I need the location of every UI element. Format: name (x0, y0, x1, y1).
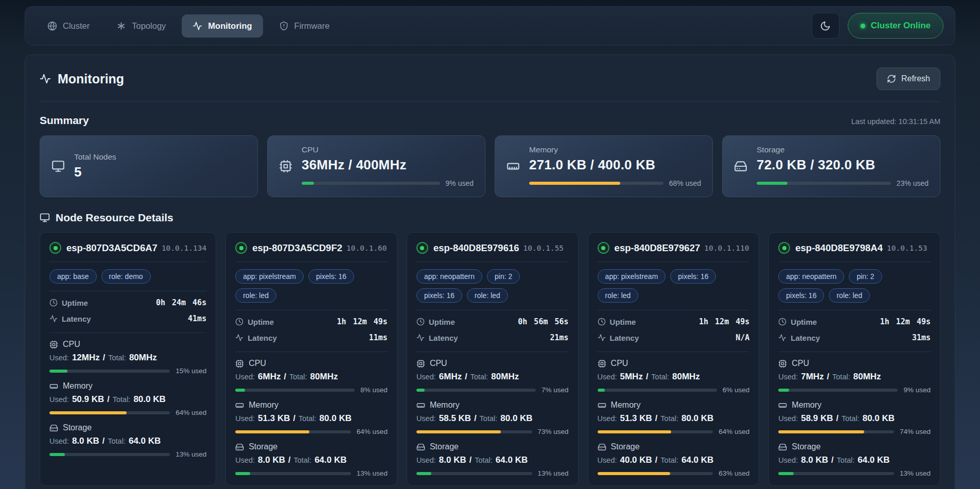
percent-used-label: 15% used (176, 367, 206, 375)
tab-label: Monitoring (208, 21, 252, 31)
uptime-label: Uptime (429, 318, 455, 326)
node-name: esp-840D8E979627 (615, 242, 701, 254)
node-tag: app: pixelstream (235, 269, 304, 284)
used-value: 58.9 KB (801, 413, 833, 424)
uptime-value: 0h 24m 46s (156, 298, 206, 307)
node-card: esp-840D8E9798A4 10.0.1.53 app: neopatte… (768, 232, 940, 486)
summary-title: Summary (40, 114, 89, 127)
cluster-status-badge[interactable]: Cluster Online (848, 13, 943, 39)
percent-used-label: 23% used (897, 179, 929, 187)
cpu-icon (279, 160, 292, 173)
hard-drive-icon (235, 443, 244, 451)
storage-metric: Storage Used:8.0 KB/Total:64.0 KB 13% us… (49, 423, 206, 458)
latency-label: Latency (62, 315, 91, 323)
node-stats: Uptime 1h 12m 49s Latency 31ms (778, 310, 931, 352)
tab-cluster[interactable]: Cluster (37, 14, 100, 38)
progress-fill (49, 453, 65, 456)
total-value: 80MHz (491, 372, 519, 382)
metric-label: CPU (792, 359, 809, 368)
node-card-header: esp-807D3A5CD9F2 10.0.1.60 (235, 242, 388, 262)
used-label: Used: (235, 414, 255, 423)
clock-icon (235, 318, 243, 326)
progress-track (598, 430, 713, 433)
total-value: 80MHz (310, 372, 338, 382)
memory-metric: Memory Used:50.9 KB/Total:80.0 KB 64% us… (49, 381, 206, 416)
uptime-row: Uptime 0h 24m 46s (49, 298, 206, 307)
node-tag: role: led (467, 288, 508, 303)
progress-track (529, 182, 663, 185)
memory-metric: Memory Used:51.3 KB/Total:80.0 KB 64% us… (235, 400, 388, 435)
progress-track (235, 430, 351, 433)
total-value: 64.0 KB (496, 455, 528, 465)
nav-controls: Cluster Online (812, 13, 943, 39)
slash: / (293, 414, 295, 423)
page-title: Monitoring (40, 72, 124, 86)
metric-label: CPU (430, 359, 447, 368)
cpu-metric: CPU Used:6MHz/Total:80MHz 7% used (416, 359, 569, 394)
memory-metric: Memory Used:58.9 KB/Total:80.0 KB 74% us… (778, 400, 931, 435)
percent-used-label: 13% used (538, 469, 569, 477)
slash: / (655, 414, 657, 423)
progress-track (416, 389, 536, 392)
node-tag: role: led (598, 288, 639, 303)
activity-icon (598, 334, 606, 342)
node-card: esp-807D3A5CD6A7 10.0.1.134 app: base ro… (40, 232, 216, 486)
slash: / (284, 372, 286, 381)
latency-value: 21ms (550, 333, 568, 342)
progress-track (416, 472, 532, 475)
total-label: Total: (470, 373, 488, 381)
memory-metric: Memory Used:51.3 KB/Total:80.0 KB 64% us… (598, 400, 750, 435)
node-details-header: Node Resource Details (40, 212, 940, 224)
slash: / (831, 456, 833, 465)
progress-track (235, 389, 355, 392)
total-value: 80.0 KB (500, 413, 532, 424)
node-ip: 10.0.1.110 (704, 244, 749, 252)
activity-icon (40, 73, 51, 84)
cpu-metric: CPU Used:6MHz/Total:80MHz 8% used (235, 359, 388, 394)
node-name: esp-807D3A5CD6A7 (66, 242, 157, 254)
used-value: 51.3 KB (620, 413, 652, 424)
uptime-label: Uptime (610, 318, 636, 326)
node-ip: 10.0.1.60 (346, 244, 387, 252)
refresh-icon (887, 74, 896, 83)
used-label: Used: (598, 373, 617, 381)
node-tag: app: neopattern (416, 269, 482, 284)
used-value: 7MHz (801, 372, 824, 382)
used-value: 50.9 KB (72, 394, 104, 405)
tab-topology[interactable]: Topology (106, 14, 177, 38)
total-label: Total: (842, 414, 860, 423)
uptime-row: Uptime 0h 56m 56s (416, 317, 569, 326)
node-tag: pixels: 16 (670, 269, 716, 284)
total-label: Total: (113, 395, 131, 404)
theme-toggle-button[interactable] (812, 13, 839, 39)
uptime-row: Uptime 1h 12m 49s (235, 317, 388, 326)
cluster-status-label: Cluster Online (871, 21, 931, 31)
metric-label: Storage (249, 442, 277, 451)
hard-drive-icon (598, 443, 606, 451)
summary-card-memory: Memory 271.0 KB / 400.0 KB 68% used (495, 135, 713, 197)
shield-alert-icon (279, 21, 289, 31)
total-label: Total: (289, 373, 307, 381)
storage-usage-bar: 23% used (757, 179, 929, 187)
latency-label: Latency (791, 334, 820, 342)
node-card-header: esp-840D8E979627 10.0.1.110 (598, 242, 750, 262)
metric-label: Storage (792, 442, 820, 451)
slash: / (469, 456, 471, 465)
node-tag: pin: 2 (487, 269, 520, 284)
cpu-metric: CPU Used:5MHz/Total:80MHz 6% used (598, 359, 750, 394)
latency-label: Latency (610, 334, 639, 342)
tab-monitoring[interactable]: Monitoring (182, 14, 262, 38)
progress-fill (416, 472, 431, 475)
summary-value: 36MHz / 400MHz (302, 157, 474, 173)
memory-icon (235, 401, 244, 410)
tab-firmware[interactable]: Firmware (268, 14, 341, 38)
summary-card-total-nodes: Total Nodes 5 (40, 135, 258, 197)
cpu-icon (598, 359, 606, 368)
refresh-button[interactable]: Refresh (877, 67, 940, 90)
uptime-row: Uptime 1h 12m 49s (598, 317, 750, 326)
progress-fill (416, 430, 501, 433)
progress-fill (529, 182, 620, 185)
nav-tabs: Cluster Topology Monitoring Firmware (37, 14, 340, 38)
metric-label: Storage (430, 442, 459, 451)
last-updated-text: Last updated: 10:31:15 AM (851, 117, 940, 126)
